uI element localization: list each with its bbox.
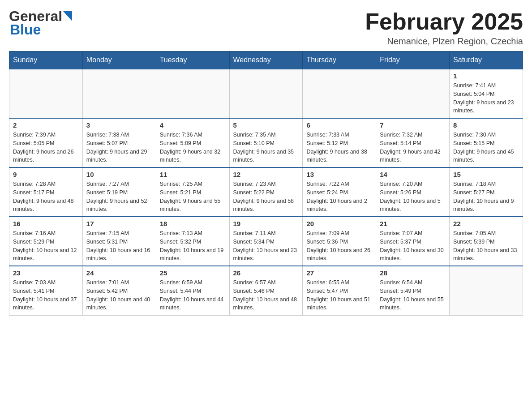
- day-number: 23: [13, 269, 79, 277]
- calendar-week-row: 1 Sunrise: 7:41 AMSunset: 5:04 PMDayligh…: [9, 69, 523, 118]
- day-number: 14: [380, 171, 446, 178]
- header-tuesday: Tuesday: [156, 51, 229, 69]
- calendar-cell: [156, 69, 229, 118]
- calendar-cell: 17 Sunrise: 7:15 AMSunset: 5:31 PMDaylig…: [82, 217, 156, 266]
- calendar-cell: 25 Sunrise: 6:59 AMSunset: 5:44 PMDaylig…: [156, 266, 229, 315]
- day-info: Sunrise: 6:57 AMSunset: 5:46 PMDaylight:…: [233, 278, 299, 312]
- day-info: Sunrise: 7:36 AMSunset: 5:09 PMDaylight:…: [160, 131, 226, 164]
- header-thursday: Thursday: [303, 51, 376, 69]
- calendar-cell: 8 Sunrise: 7:30 AMSunset: 5:15 PMDayligh…: [450, 118, 523, 167]
- calendar-cell: 27 Sunrise: 6:55 AMSunset: 5:47 PMDaylig…: [303, 266, 376, 315]
- day-info: Sunrise: 7:13 AMSunset: 5:32 PMDaylight:…: [160, 229, 226, 263]
- day-number: 1: [453, 72, 519, 80]
- day-info: Sunrise: 7:09 AMSunset: 5:36 PMDaylight:…: [306, 229, 372, 263]
- day-info: Sunrise: 7:41 AMSunset: 5:04 PMDaylight:…: [453, 81, 519, 115]
- calendar-cell: 7 Sunrise: 7:32 AMSunset: 5:14 PMDayligh…: [376, 118, 450, 167]
- calendar-cell: 28 Sunrise: 6:54 AMSunset: 5:49 PMDaylig…: [376, 266, 450, 315]
- day-number: 7: [380, 121, 446, 129]
- day-info: Sunrise: 7:23 AMSunset: 5:22 PMDaylight:…: [233, 180, 299, 214]
- day-number: 3: [86, 121, 152, 129]
- calendar-cell: 5 Sunrise: 7:35 AMSunset: 5:10 PMDayligh…: [229, 118, 303, 167]
- calendar-header-row: Sunday Monday Tuesday Wednesday Thursday…: [9, 51, 523, 69]
- day-number: 10: [86, 171, 152, 178]
- day-number: 22: [453, 220, 519, 227]
- calendar-cell: 18 Sunrise: 7:13 AMSunset: 5:32 PMDaylig…: [156, 217, 229, 266]
- calendar-cell: 13 Sunrise: 7:22 AMSunset: 5:24 PMDaylig…: [303, 167, 376, 217]
- calendar-cell: [82, 69, 156, 118]
- day-number: 2: [13, 121, 79, 129]
- calendar-cell: 21 Sunrise: 7:07 AMSunset: 5:37 PMDaylig…: [376, 217, 450, 266]
- day-number: 17: [86, 220, 152, 227]
- day-info: Sunrise: 7:33 AMSunset: 5:12 PMDaylight:…: [306, 131, 372, 164]
- day-info: Sunrise: 7:38 AMSunset: 5:07 PMDaylight:…: [86, 131, 152, 164]
- calendar-cell: 15 Sunrise: 7:18 AMSunset: 5:27 PMDaylig…: [450, 167, 523, 217]
- day-number: 11: [160, 171, 226, 178]
- day-number: 25: [160, 269, 226, 277]
- day-number: 24: [86, 269, 152, 277]
- day-number: 13: [306, 171, 372, 178]
- calendar-cell: 2 Sunrise: 7:39 AMSunset: 5:05 PMDayligh…: [9, 118, 83, 167]
- day-number: 27: [306, 269, 372, 277]
- day-number: 19: [233, 220, 299, 227]
- calendar-cell: [376, 69, 450, 118]
- calendar-cell: [9, 69, 83, 118]
- svg-marker-0: [63, 11, 72, 21]
- calendar-cell: 4 Sunrise: 7:36 AMSunset: 5:09 PMDayligh…: [156, 118, 229, 167]
- day-number: 28: [380, 269, 446, 277]
- calendar-week-row: 9 Sunrise: 7:28 AMSunset: 5:17 PMDayligh…: [9, 167, 523, 217]
- calendar-table: Sunday Monday Tuesday Wednesday Thursday…: [9, 51, 523, 316]
- calendar-cell: 23 Sunrise: 7:03 AMSunset: 5:41 PMDaylig…: [9, 266, 83, 315]
- day-number: 15: [453, 171, 519, 178]
- day-number: 18: [160, 220, 226, 227]
- calendar-cell: 12 Sunrise: 7:23 AMSunset: 5:22 PMDaylig…: [229, 167, 303, 217]
- calendar-cell: 26 Sunrise: 6:57 AMSunset: 5:46 PMDaylig…: [229, 266, 303, 315]
- calendar-cell: 20 Sunrise: 7:09 AMSunset: 5:36 PMDaylig…: [303, 217, 376, 266]
- header-friday: Friday: [376, 51, 450, 69]
- calendar-cell: 3 Sunrise: 7:38 AMSunset: 5:07 PMDayligh…: [82, 118, 156, 167]
- day-number: 6: [306, 121, 372, 129]
- header-monday: Monday: [82, 51, 156, 69]
- calendar-cell: 9 Sunrise: 7:28 AMSunset: 5:17 PMDayligh…: [9, 167, 83, 217]
- calendar-cell: 10 Sunrise: 7:27 AMSunset: 5:19 PMDaylig…: [82, 167, 156, 217]
- calendar-cell: [303, 69, 376, 118]
- location-subtitle: Nemanice, Plzen Region, Czechia: [365, 36, 523, 47]
- day-number: 9: [13, 171, 79, 178]
- calendar-cell: 16 Sunrise: 7:16 AMSunset: 5:29 PMDaylig…: [9, 217, 83, 266]
- calendar-cell: 14 Sunrise: 7:20 AMSunset: 5:26 PMDaylig…: [376, 167, 450, 217]
- day-info: Sunrise: 7:07 AMSunset: 5:37 PMDaylight:…: [380, 229, 446, 263]
- day-number: 21: [380, 220, 446, 227]
- calendar-cell: 11 Sunrise: 7:25 AMSunset: 5:21 PMDaylig…: [156, 167, 229, 217]
- logo-flag-icon: [63, 11, 72, 21]
- day-info: Sunrise: 7:32 AMSunset: 5:14 PMDaylight:…: [380, 131, 446, 164]
- calendar-cell: 1 Sunrise: 7:41 AMSunset: 5:04 PMDayligh…: [450, 69, 523, 118]
- day-info: Sunrise: 7:11 AMSunset: 5:34 PMDaylight:…: [233, 229, 299, 263]
- calendar-cell: [450, 266, 523, 315]
- day-info: Sunrise: 7:03 AMSunset: 5:41 PMDaylight:…: [13, 278, 79, 312]
- day-info: Sunrise: 6:59 AMSunset: 5:44 PMDaylight:…: [160, 278, 226, 312]
- day-info: Sunrise: 7:01 AMSunset: 5:42 PMDaylight:…: [86, 278, 152, 312]
- day-info: Sunrise: 7:39 AMSunset: 5:05 PMDaylight:…: [13, 131, 79, 164]
- day-info: Sunrise: 7:35 AMSunset: 5:10 PMDaylight:…: [233, 131, 299, 164]
- header-sunday: Sunday: [9, 51, 83, 69]
- day-info: Sunrise: 7:22 AMSunset: 5:24 PMDaylight:…: [306, 180, 372, 214]
- calendar-cell: [229, 69, 303, 118]
- day-info: Sunrise: 7:25 AMSunset: 5:21 PMDaylight:…: [160, 180, 226, 214]
- day-number: 12: [233, 171, 299, 178]
- day-info: Sunrise: 7:16 AMSunset: 5:29 PMDaylight:…: [13, 229, 79, 263]
- day-info: Sunrise: 7:27 AMSunset: 5:19 PMDaylight:…: [86, 180, 152, 214]
- day-info: Sunrise: 7:20 AMSunset: 5:26 PMDaylight:…: [380, 180, 446, 214]
- day-number: 4: [160, 121, 226, 129]
- day-number: 26: [233, 269, 299, 277]
- day-info: Sunrise: 7:15 AMSunset: 5:31 PMDaylight:…: [86, 229, 152, 263]
- day-info: Sunrise: 6:55 AMSunset: 5:47 PMDaylight:…: [306, 278, 372, 312]
- calendar-cell: 24 Sunrise: 7:01 AMSunset: 5:42 PMDaylig…: [82, 266, 156, 315]
- month-title: February 2025: [365, 9, 523, 34]
- page-header: General Blue February 2025 Nemanice, Plz…: [9, 9, 523, 47]
- logo: General Blue: [9, 9, 72, 38]
- calendar-week-row: 23 Sunrise: 7:03 AMSunset: 5:41 PMDaylig…: [9, 266, 523, 315]
- title-area: February 2025 Nemanice, Plzen Region, Cz…: [365, 9, 523, 47]
- day-number: 5: [233, 121, 299, 129]
- day-info: Sunrise: 7:30 AMSunset: 5:15 PMDaylight:…: [453, 131, 519, 164]
- day-info: Sunrise: 7:05 AMSunset: 5:39 PMDaylight:…: [453, 229, 519, 263]
- day-number: 20: [306, 220, 372, 227]
